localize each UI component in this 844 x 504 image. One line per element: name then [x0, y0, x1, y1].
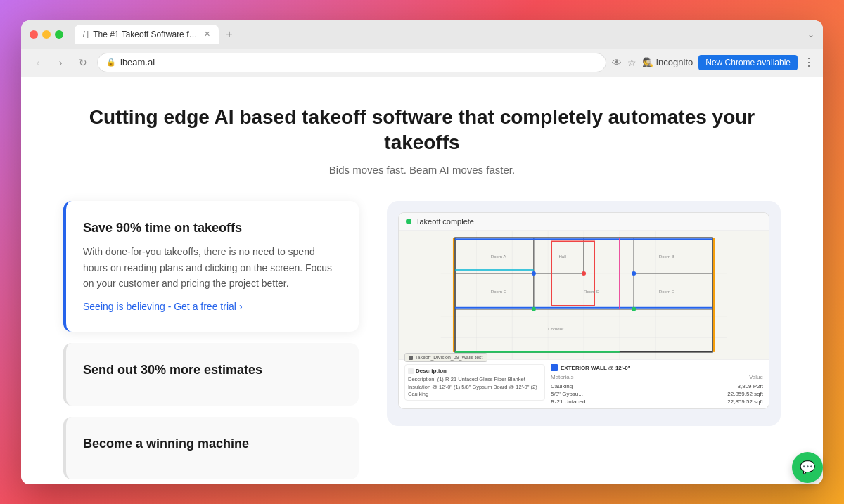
svg-point-29: [582, 271, 586, 276]
material-name: R-21 Unfaced...: [551, 398, 663, 405]
feature-card-1[interactable]: Save 90% time on takeoffs With done-for-…: [63, 201, 359, 332]
hero-subtitle: Bids moves fast. Beam AI moves faster.: [63, 164, 781, 176]
lock-icon: 🔒: [106, 58, 116, 67]
materials-table: Materials Value Caulking3,809 P2ft5/8" G…: [551, 374, 763, 405]
svg-text:Corridor: Corridor: [548, 327, 563, 332]
url-text: ibeam.ai: [120, 57, 155, 67]
takeoff-bottom-bar: Description Description: (1) R-21 Unface…: [399, 359, 769, 405]
value-col-header: Value: [663, 374, 764, 382]
feature-card-3[interactable]: Become a winning machine: [63, 417, 359, 479]
hero-section: Cutting edge AI based takeoff software t…: [63, 105, 781, 176]
materials-panel: EXTERIOR WALL @ 12'-0" Materials Value: [551, 364, 763, 401]
material-value: 22,859.52 sqft: [663, 398, 764, 405]
svg-text:Room C: Room C: [491, 290, 507, 295]
traffic-lights: [30, 30, 63, 39]
tab-label: The #1 Takeoff Software for C...: [93, 30, 198, 39]
active-tab[interactable]: / | The #1 Takeoff Software for C... ✕: [75, 25, 219, 44]
chat-icon: 💬: [800, 460, 815, 475]
right-panel: Takeoff complete: [387, 201, 781, 426]
floor-plan-svg: Room A Hall Room B Room C Room D Room E …: [399, 231, 769, 359]
chevron-right-icon: ›: [239, 301, 243, 312]
address-actions: 👁 ☆ 🕵 Incognito New Chrome available ⋮: [612, 55, 815, 70]
url-bar[interactable]: 🔒 ibeam.ai: [97, 53, 606, 72]
feature-1-link[interactable]: Seeing is believing - Get a free trial ›: [83, 301, 342, 312]
feature-3-title: Become a winning machine: [83, 437, 342, 451]
feature-2-title: Send out 30% more estimates: [83, 363, 342, 377]
new-chrome-button[interactable]: New Chrome available: [698, 55, 798, 70]
description-label: Description: [416, 368, 447, 374]
chevron-down-icon[interactable]: ⌄: [807, 30, 814, 39]
svg-text:Hall: Hall: [558, 254, 565, 259]
chat-button[interactable]: 💬: [792, 452, 823, 483]
hero-title: Cutting edge AI based takeoff software t…: [63, 105, 781, 156]
svg-text:Room B: Room B: [659, 254, 674, 259]
close-button[interactable]: [30, 30, 38, 39]
material-name: Caulking: [551, 382, 663, 391]
takeoff-status: Takeoff complete: [416, 217, 474, 226]
svg-text:Room A: Room A: [491, 254, 507, 259]
status-dot-icon: [406, 219, 411, 224]
feature-card-2[interactable]: Send out 30% more estimates: [63, 343, 359, 406]
feature-1-desc: With done-for-you takeoffs, there is no …: [83, 244, 342, 291]
new-tab-button[interactable]: +: [223, 28, 235, 41]
forward-button[interactable]: ›: [52, 54, 69, 71]
table-row: Caulking3,809 P2ft: [551, 382, 763, 391]
browser-window: / | The #1 Takeoff Software for C... ✕ +…: [21, 20, 823, 484]
table-row: 5/8" Gypsu...22,859.52 sqft: [551, 390, 763, 398]
incognito-icon: 🕵: [642, 57, 653, 67]
svg-point-27: [532, 271, 536, 276]
star-icon[interactable]: ☆: [627, 57, 637, 68]
svg-point-30: [532, 307, 536, 311]
takeoff-header: Takeoff complete: [399, 213, 769, 231]
table-row: R-21 Unfaced...22,859.52 sqft: [551, 398, 763, 405]
description-text: Description: (1) R-21 Unfaced Glass Fibe…: [408, 376, 542, 399]
menu-dots-icon[interactable]: ⋮: [803, 56, 814, 69]
incognito-button[interactable]: 🕵 Incognito: [642, 57, 693, 67]
takeoff-screenshot: Takeoff complete: [398, 212, 769, 409]
minimize-button[interactable]: [42, 30, 51, 39]
feature-1-link-text: Seeing is believing - Get a free trial: [83, 301, 236, 312]
tab-bar: / | The #1 Takeoff Software for C... ✕ +: [75, 25, 802, 44]
svg-point-28: [632, 271, 636, 276]
material-value: 22,859.52 sqft: [663, 390, 764, 398]
page-content: Cutting edge AI based takeoff software t…: [21, 77, 823, 484]
title-bar: / | The #1 Takeoff Software for C... ✕ +…: [21, 20, 823, 49]
floor-plan-area: Room A Hall Room B Room C Room D Room E …: [399, 231, 769, 359]
maximize-button[interactable]: [55, 30, 63, 39]
materials-col-header: Materials: [551, 374, 663, 382]
back-button[interactable]: ‹: [30, 54, 46, 71]
wall-color-box: [551, 364, 558, 371]
eye-off-icon[interactable]: 👁: [612, 57, 622, 68]
reload-button[interactable]: ↻: [75, 54, 91, 71]
svg-text:Room D: Room D: [584, 290, 600, 295]
left-panel: Save 90% time on takeoffs With done-for-…: [63, 201, 359, 484]
address-bar: ‹ › ↻ 🔒 ibeam.ai 👁 ☆ 🕵 Incognito New Chr…: [21, 49, 823, 77]
main-layout: Save 90% time on takeoffs With done-for-…: [63, 201, 781, 484]
feature-1-title: Save 90% time on takeoffs: [83, 221, 342, 235]
svg-text:Room E: Room E: [659, 290, 674, 295]
description-panel: Description Description: (1) R-21 Unface…: [404, 364, 545, 401]
svg-point-31: [632, 307, 636, 311]
tab-close-icon[interactable]: ✕: [204, 30, 210, 39]
wall-label: EXTERIOR WALL @ 12'-0": [561, 365, 631, 371]
takeoff-tag: Takeoff_Division_09_Walls test: [404, 353, 487, 362]
material-name: 5/8" Gypsu...: [551, 390, 663, 398]
material-value: 3,809 P2ft: [663, 382, 764, 391]
tab-favicon-icon: / |: [83, 30, 89, 38]
takeoff-tag-text: Takeoff_Division_09_Walls test: [415, 355, 483, 360]
incognito-label: Incognito: [656, 57, 693, 67]
